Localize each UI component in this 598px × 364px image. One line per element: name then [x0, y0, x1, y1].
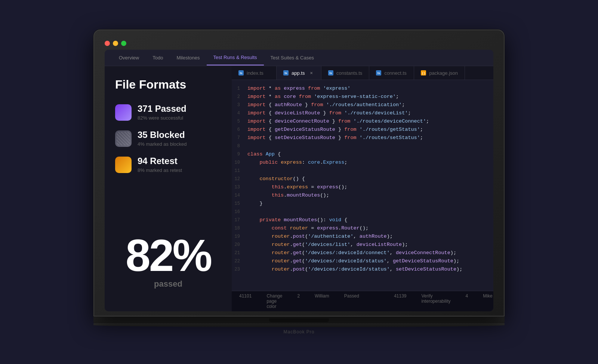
stat-desc-retest: 8% marked as retest — [138, 167, 182, 173]
row-id-2: 41139 — [394, 293, 406, 309]
laptop-stand — [93, 323, 505, 327]
line-content: import { deviceConnectRoute } from './ro… — [247, 117, 429, 126]
screen-bezel: Overview Todo Milestones Test Runs & Res… — [93, 30, 505, 317]
percentage-label: passed — [105, 279, 232, 289]
nav-item-test-suites[interactable]: Test Suites & Cases — [264, 50, 321, 65]
sidebar-title: File Formats — [115, 77, 221, 92]
line-number: 14 — [232, 191, 247, 200]
line-number: 17 — [232, 216, 247, 224]
code-line-20: 20 router.get('/devices/list', deviceLis… — [232, 241, 493, 249]
code-line-2: 2import * as core from 'express-serve-st… — [232, 93, 493, 101]
line-number: 19 — [232, 232, 247, 241]
laptop-notch — [269, 318, 329, 322]
line-number: 22 — [232, 257, 247, 265]
tab-connect-ts[interactable]: ts connect.ts — [369, 66, 414, 80]
tab-index-ts[interactable]: ts index.ts — [232, 66, 277, 80]
tab-file-icon: ts — [238, 70, 244, 75]
line-content: import { authRoute } from './routes/auth… — [247, 101, 405, 109]
stat-retest: 94 Retest 8% marked as retest — [115, 156, 221, 173]
tab-file-icon: ts — [376, 70, 381, 75]
row-num-2: 4 — [466, 293, 468, 309]
line-number: 4 — [232, 109, 247, 117]
tl-red[interactable] — [105, 41, 110, 46]
code-line-21: 21 router.get('/devices/:deviceId/connec… — [232, 249, 493, 257]
row-user-2: Mike — [483, 293, 492, 309]
laptop-container: Overview Todo Milestones Test Runs & Res… — [93, 22, 505, 342]
tab-close-icon[interactable]: ✕ — [308, 70, 314, 76]
line-number: 16 — [232, 208, 247, 216]
tab-package-json[interactable]: { } package.json — [414, 66, 465, 80]
big-percentage: 82% passed — [105, 233, 232, 289]
line-content: public express: core.Express; — [247, 158, 347, 167]
line-content: router.get('/devices/list', deviceListRo… — [247, 241, 408, 249]
tab-label: package.json — [429, 70, 458, 76]
code-editor[interactable]: 1import * as express from 'express'2impo… — [232, 80, 493, 291]
code-line-3: 3import { authRoute } from './routes/aut… — [232, 101, 493, 109]
stat-icon-retest — [115, 157, 132, 173]
code-line-23: 23 router.post('/devices/:deviceId/statu… — [232, 265, 493, 274]
line-content: router.post('/authenticate', authRoute); — [247, 232, 393, 241]
line-content: private mountRoutes(): void { — [247, 216, 347, 224]
tab-file-icon: ts — [283, 70, 289, 75]
row-desc-2: Verify interoperability — [422, 293, 451, 309]
stat-icon-blocked — [115, 130, 132, 147]
tab-label: index.ts — [247, 70, 263, 76]
line-number: 5 — [232, 117, 247, 126]
stat-number-blocked: 35 Blocked — [138, 130, 187, 141]
line-number: 18 — [232, 224, 247, 232]
code-line-15: 15 } — [232, 200, 493, 208]
tabs-bar: ts index.ts ts app.ts ✕ ts constants.ts — [232, 66, 493, 80]
line-number: 2 — [232, 93, 247, 101]
code-line-14: 14 this.mountRoutes(); — [232, 191, 493, 200]
code-line-17: 17 private mountRoutes(): void { — [232, 216, 493, 224]
nav-item-todo[interactable]: Todo — [146, 50, 170, 65]
code-line-19: 19 router.post('/authenticate', authRout… — [232, 232, 493, 241]
stat-info-blocked: 35 Blocked 4% marked as blocked — [138, 130, 187, 147]
tab-label: constants.ts — [336, 70, 362, 76]
row-num-1: 2 — [297, 293, 300, 309]
stat-blocked: 35 Blocked 4% marked as blocked — [115, 130, 221, 147]
sidebar: File Formats 371 Passed 82% were success… — [105, 66, 232, 311]
stat-number-passed: 371 Passed — [138, 104, 187, 114]
tab-file-icon: ts — [328, 70, 333, 75]
nav-item-milestones[interactable]: Milestones — [170, 50, 206, 65]
percentage-number: 82% — [105, 233, 232, 278]
stat-info-passed: 371 Passed 82% were successful — [138, 104, 187, 121]
stat-desc-blocked: 4% marked as blocked — [138, 141, 187, 147]
line-content: class App { — [247, 150, 281, 158]
row-user-1: William — [315, 293, 329, 309]
line-number: 11 — [232, 167, 247, 175]
stat-number-retest: 94 Retest — [138, 156, 182, 167]
stat-icon-passed — [115, 104, 132, 121]
line-number: 3 — [232, 101, 247, 109]
nav-item-overview[interactable]: Overview — [112, 50, 146, 65]
code-line-9: 9class App { — [232, 150, 493, 158]
line-content: router.post('/devices/:deviceId/status',… — [247, 265, 462, 274]
line-content: this.express = express(); — [247, 183, 347, 191]
app-window: Overview Todo Milestones Test Runs & Res… — [105, 50, 493, 311]
stat-info-retest: 94 Retest 8% marked as retest — [138, 156, 182, 173]
code-line-4: 4import { deviceListRoute } from './rout… — [232, 109, 493, 117]
tl-green[interactable] — [121, 41, 126, 46]
line-content — [247, 208, 250, 216]
code-line-13: 13 this.express = express(); — [232, 183, 493, 191]
line-content — [247, 142, 250, 150]
tab-label: app.ts — [292, 70, 305, 76]
macbook-label: MacBook Pro — [93, 329, 505, 334]
line-content: router.get('/devices/:deviceId/connect',… — [247, 249, 456, 257]
tl-yellow[interactable] — [113, 41, 118, 46]
line-content: import { setDeviceStatusRoute } from './… — [247, 134, 423, 142]
line-content: this.mountRoutes(); — [247, 191, 329, 200]
line-number: 10 — [232, 158, 247, 167]
main-content: File Formats 371 Passed 82% were success… — [105, 66, 493, 311]
bottom-table-glimpse: 41101 Change page color 2 William Passed… — [232, 291, 493, 311]
line-number: 7 — [232, 134, 247, 142]
nav-item-test-runs[interactable]: Test Runs & Results — [207, 50, 264, 65]
tab-app-ts[interactable]: ts app.ts ✕ — [277, 66, 321, 80]
code-line-7: 7import { setDeviceStatusRoute } from '.… — [232, 134, 493, 142]
tab-constants-ts[interactable]: ts constants.ts — [321, 66, 369, 80]
line-number: 12 — [232, 175, 247, 183]
top-nav: Overview Todo Milestones Test Runs & Res… — [105, 50, 493, 66]
line-content: import { getDeviceStatusRoute } from './… — [247, 126, 423, 134]
tab-file-icon: { } — [421, 70, 426, 75]
